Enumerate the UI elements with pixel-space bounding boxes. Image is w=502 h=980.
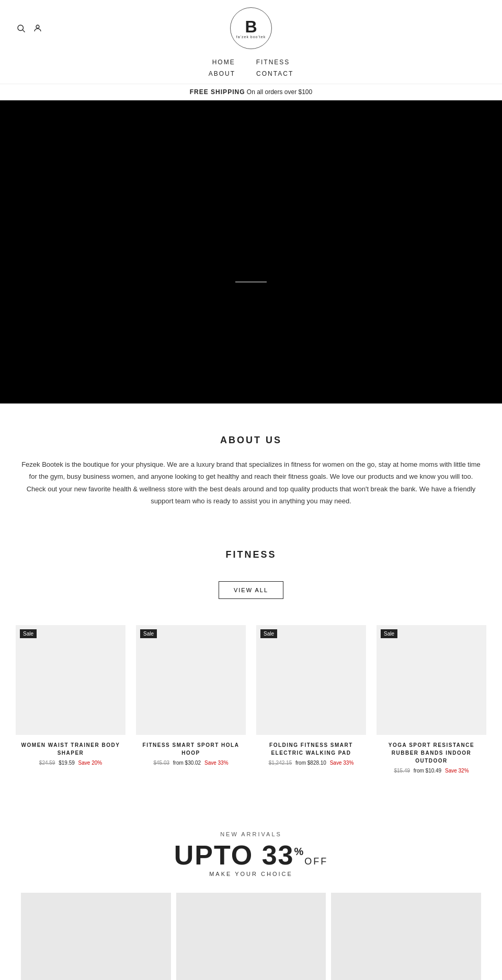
product-image: Sale	[16, 625, 126, 735]
new-arrivals-label: NEW ARRIVALS	[21, 831, 481, 837]
about-body: Fezek Bootek is the boutique for your ph…	[21, 458, 481, 508]
fitness-section: FITNESS VIEW ALL	[0, 534, 502, 609]
shipping-bold: FREE SHIPPING	[190, 88, 245, 96]
fitness-title: FITNESS	[21, 549, 481, 560]
price-save: Save 33%	[204, 760, 229, 766]
price-save: Save 33%	[330, 760, 354, 766]
price-save: Save 32%	[445, 768, 469, 774]
about-title: ABOUT US	[21, 435, 481, 446]
product-title: FOLDING FITNESS SMART ELECTRIC WALKING P…	[256, 741, 366, 757]
product-image: Sale	[376, 625, 486, 735]
price-original: $15.49	[394, 768, 410, 774]
product-card[interactable]: Sale YOGA SPORT RESISTANCE RUBBER BANDS …	[371, 620, 492, 779]
product-title: YOGA SPORT RESISTANCE RUBBER BANDS INDOO…	[376, 741, 486, 765]
hero-divider	[235, 282, 267, 282]
new-arrivals-heading-text: UPTO 33	[174, 840, 294, 870]
product-pricing: $1,242.15 from $828.10 Save 33%	[256, 760, 366, 766]
svg-line-1	[22, 30, 25, 32]
nav-about[interactable]: ABOUT	[209, 70, 235, 77]
new-arrival-image-3[interactable]	[331, 893, 481, 980]
sale-badge: Sale	[140, 629, 157, 638]
logo[interactable]: B fa'zek boo'tek	[230, 7, 272, 49]
price-original: $1,242.15	[269, 760, 292, 766]
price-sale: from $30.02	[173, 760, 201, 766]
product-title: FITNESS SMART SPORT HOLA HOOP	[136, 741, 246, 757]
header-icons	[16, 23, 43, 33]
product-image: Sale	[256, 625, 366, 735]
new-arrivals-images	[21, 893, 481, 980]
search-icon[interactable]	[16, 23, 26, 33]
about-section: ABOUT US Fezek Bootek is the boutique fo…	[0, 403, 502, 534]
price-sale: $19.59	[59, 760, 75, 766]
nav-row-2: ABOUT CONTACT	[209, 68, 293, 79]
logo-circle: B fa'zek boo'tek	[230, 7, 272, 49]
shipping-banner: FREE SHIPPING On all orders over $100	[0, 84, 502, 100]
product-card[interactable]: Sale FITNESS SMART SPORT HOLA HOOP $45.0…	[131, 620, 251, 779]
user-icon[interactable]	[32, 23, 43, 33]
product-title: WOMEN WAIST TRAINER BODY SHAPER	[16, 741, 126, 757]
price-sale: from $10.49	[414, 768, 441, 774]
nav-fitness[interactable]: FITNESS	[256, 59, 290, 66]
new-arrivals-section: NEW ARRIVALS UPTO 33%OFF MAKE YOUR CHOIC…	[0, 800, 502, 980]
nav-home[interactable]: HOME	[212, 59, 235, 66]
price-original: $45.03	[153, 760, 169, 766]
product-pricing: $45.03 from $30.02 Save 33%	[136, 760, 246, 766]
new-arrival-image-2[interactable]	[176, 893, 326, 980]
price-sale: from $828.10	[295, 760, 326, 766]
product-card[interactable]: Sale WOMEN WAIST TRAINER BODY SHAPER $24…	[10, 620, 131, 779]
price-save: Save 20%	[78, 760, 102, 766]
header-top: B fa'zek boo'tek	[0, 0, 502, 56]
new-arrivals-heading: UPTO 33%OFF	[21, 841, 481, 869]
svg-point-0	[18, 25, 24, 31]
new-arrivals-sub: MAKE YOUR CHOICE	[21, 871, 481, 877]
product-pricing: $24.59 $19.59 Save 20%	[16, 760, 126, 766]
sale-badge: Sale	[381, 629, 397, 638]
price-original: $24.59	[39, 760, 55, 766]
sale-badge: Sale	[20, 629, 37, 638]
nav-contact[interactable]: CONTACT	[256, 70, 293, 77]
new-arrival-image-1[interactable]	[21, 893, 171, 980]
product-card[interactable]: Sale FOLDING FITNESS SMART ELECTRIC WALK…	[251, 620, 371, 779]
product-pricing: $15.49 from $10.49 Save 32%	[376, 768, 486, 774]
main-nav: HOME FITNESS ABOUT CONTACT	[0, 56, 502, 84]
logo-letter: B	[245, 18, 257, 35]
sale-badge: Sale	[260, 629, 277, 638]
svg-point-2	[36, 25, 39, 28]
logo-text: fa'zek boo'tek	[236, 35, 266, 39]
new-arrivals-off: OFF	[304, 856, 328, 867]
product-image: Sale	[136, 625, 246, 735]
new-arrivals-sup: %	[294, 845, 305, 857]
view-all-button[interactable]: VIEW ALL	[219, 581, 283, 599]
header: B fa'zek boo'tek HOME FITNESS ABOUT CONT…	[0, 0, 502, 100]
shipping-text: On all orders over $100	[245, 88, 312, 96]
hero-section	[0, 100, 502, 403]
nav-row-1: HOME FITNESS	[212, 56, 290, 68]
products-grid: Sale WOMEN WAIST TRAINER BODY SHAPER $24…	[0, 609, 502, 800]
